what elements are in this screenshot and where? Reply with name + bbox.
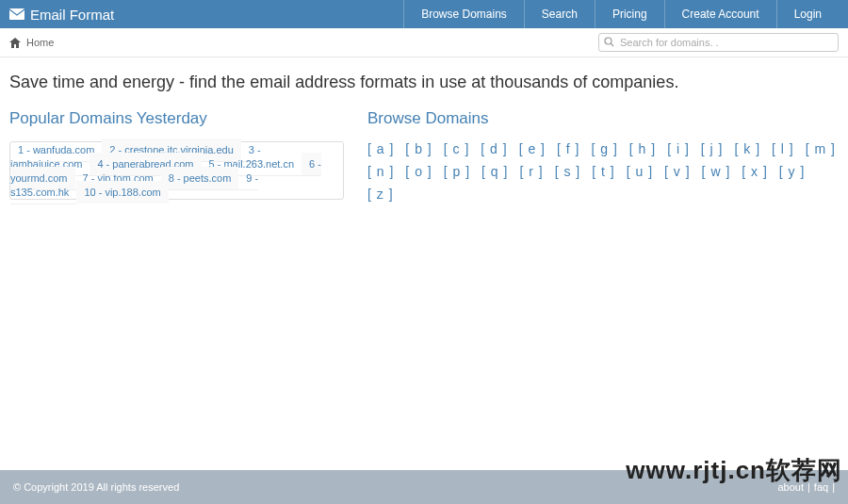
footer-sep: | — [807, 481, 810, 493]
alpha-link-t[interactable]: [ t ] — [592, 164, 614, 179]
nav-pricing[interactable]: Pricing — [595, 0, 664, 28]
svg-rect-0 — [9, 8, 24, 20]
alpha-link-i[interactable]: [ i ] — [667, 141, 690, 156]
alpha-link-b[interactable]: [ b ] — [405, 141, 432, 156]
alpha-link-h[interactable]: [ h ] — [629, 141, 656, 156]
popular-section: Popular Domains Yesterday 1 - wanfuda.co… — [9, 109, 344, 202]
footer-links: about | faq | — [777, 481, 835, 493]
nav-login[interactable]: Login — [776, 0, 839, 28]
popular-list: 1 - wanfuda.com2 - crestone.itc.virginia… — [9, 141, 344, 200]
popular-item[interactable]: 10 - vip.188.com — [76, 181, 168, 203]
alpha-link-l[interactable]: [ l ] — [772, 141, 794, 156]
alphabet-list: [ a ][ b ][ c ][ d ][ e ][ f ][ g ][ h ]… — [367, 141, 839, 202]
alpha-link-q[interactable]: [ q ] — [481, 164, 508, 179]
home-icon[interactable] — [9, 38, 21, 48]
footer-faq[interactable]: faq — [814, 481, 828, 493]
alpha-link-c[interactable]: [ c ] — [444, 141, 470, 156]
alpha-link-v[interactable]: [ v ] — [664, 164, 691, 179]
alpha-link-o[interactable]: [ o ] — [405, 164, 432, 179]
tagline: Save time and energy - find the email ad… — [9, 73, 839, 92]
alpha-link-n[interactable]: [ n ] — [367, 164, 394, 179]
breadcrumb: Home — [9, 37, 54, 48]
footer-copyright: © Copyright 2019 All rights reserved — [13, 481, 179, 493]
alpha-link-e[interactable]: [ e ] — [519, 141, 546, 156]
alpha-link-s[interactable]: [ s ] — [555, 164, 581, 179]
alpha-link-r[interactable]: [ r ] — [519, 164, 543, 179]
alpha-link-y[interactable]: [ y ] — [779, 164, 806, 179]
popular-item[interactable]: 8 - peets.com — [161, 167, 239, 190]
browse-title: Browse Domains — [367, 109, 839, 128]
search-input[interactable] — [598, 33, 839, 52]
popular-title: Popular Domains Yesterday — [9, 109, 344, 128]
search-icon — [604, 37, 614, 47]
svg-line-2 — [611, 43, 613, 46]
breadcrumb-row: Home — [0, 28, 848, 57]
alpha-link-a[interactable]: [ a ] — [367, 141, 394, 156]
brand-link[interactable]: Email Format — [9, 7, 114, 23]
envelope-icon — [9, 8, 24, 20]
alpha-link-f[interactable]: [ f ] — [557, 141, 579, 156]
breadcrumb-home[interactable]: Home — [26, 37, 54, 48]
search-wrap — [598, 33, 839, 52]
svg-point-1 — [605, 38, 612, 44]
footer-sep: | — [832, 481, 835, 493]
alpha-link-d[interactable]: [ d ] — [481, 141, 507, 156]
alpha-link-w[interactable]: [ w ] — [702, 164, 731, 179]
alpha-link-p[interactable]: [ p ] — [444, 164, 470, 179]
nav-search[interactable]: Search — [524, 0, 595, 28]
navbar: Email Format Browse Domains Search Prici… — [0, 0, 848, 28]
alpha-link-z[interactable]: [ z ] — [367, 187, 394, 202]
brand-text: Email Format — [30, 7, 114, 23]
main-content: Save time and energy - find the email ad… — [0, 57, 848, 470]
alpha-link-m[interactable]: [ m ] — [806, 141, 836, 156]
nav-browse-domains[interactable]: Browse Domains — [403, 0, 524, 28]
browse-section: Browse Domains [ a ][ b ][ c ][ d ][ e ]… — [367, 109, 839, 202]
nav-create-account[interactable]: Create Account — [664, 0, 776, 28]
footer: © Copyright 2019 All rights reserved abo… — [0, 470, 848, 504]
alpha-link-x[interactable]: [ x ] — [742, 164, 768, 179]
footer-about[interactable]: about — [777, 481, 804, 493]
alpha-link-u[interactable]: [ u ] — [627, 164, 653, 179]
alpha-link-j[interactable]: [ j ] — [701, 141, 724, 156]
alpha-link-k[interactable]: [ k ] — [735, 141, 761, 156]
alpha-link-g[interactable]: [ g ] — [591, 141, 617, 156]
nav-links: Browse Domains Search Pricing Create Acc… — [403, 0, 839, 28]
